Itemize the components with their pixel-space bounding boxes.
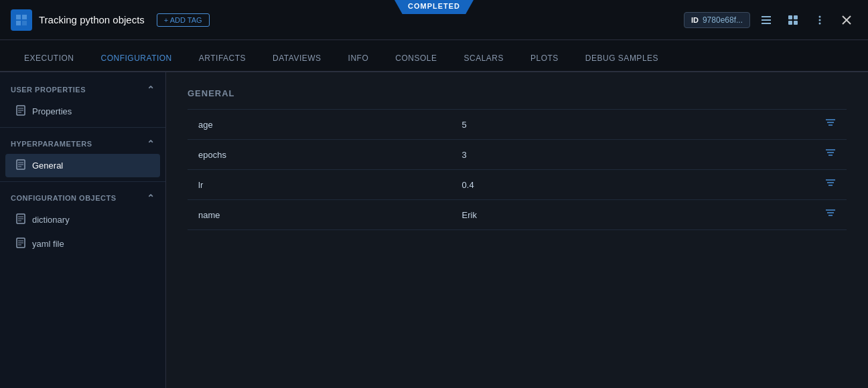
param-name: lr	[188, 170, 451, 200]
sidebar-item-yaml-file-label: yaml file	[32, 239, 64, 249]
document-icon-2	[16, 159, 25, 172]
svg-rect-1	[22, 15, 27, 19]
menu-icon	[814, 14, 826, 26]
sidebar-section-user-properties-label: USER PROPERTIES	[11, 86, 86, 94]
sidebar-section-user-properties[interactable]: USER PROPERTIES ⌃	[0, 78, 165, 99]
main-layout: USER PROPERTIES ⌃ Properties HYPERPARAME…	[0, 72, 868, 388]
tab-execution[interactable]: EXECUTION	[11, 45, 88, 72]
top-bar: Tracking python objects + ADD TAG COMPLE…	[0, 0, 868, 40]
filter-icon[interactable]	[825, 179, 836, 190]
tab-dataviews[interactable]: DATAVIEWS	[259, 45, 335, 72]
sidebar-section-hyperparameters-label: HYPERPARAMETERS	[11, 140, 92, 148]
svg-rect-7	[788, 15, 792, 19]
sidebar-item-dictionary-label: dictionary	[32, 215, 70, 225]
param-name: epochs	[188, 140, 451, 170]
svg-rect-6	[762, 23, 771, 24]
sidebar-section-configuration-objects[interactable]: CONFIGURATION OBJECTS ⌃	[0, 186, 165, 207]
sidebar-item-properties-label: Properties	[32, 106, 72, 116]
tab-info[interactable]: INFO	[335, 45, 382, 72]
tab-artifacts[interactable]: ARTIFACTS	[186, 45, 259, 72]
filter-icon[interactable]	[825, 209, 836, 220]
menu-button[interactable]	[809, 9, 830, 31]
tab-scalars[interactable]: SCALARS	[450, 45, 517, 72]
param-actions[interactable]	[806, 140, 847, 170]
param-value: 3	[451, 140, 806, 170]
id-label: ID	[691, 16, 699, 24]
sidebar: USER PROPERTIES ⌃ Properties HYPERPARAME…	[0, 72, 166, 388]
app-title: Tracking python objects	[39, 14, 145, 25]
table-row: lr 0.4	[188, 170, 847, 200]
svg-rect-5	[762, 19, 771, 21]
svg-rect-9	[788, 21, 792, 25]
close-icon	[841, 14, 853, 26]
document-icon-4	[16, 237, 25, 250]
param-actions[interactable]	[806, 110, 847, 140]
sidebar-section-configuration-objects-label: CONFIGURATION OBJECTS	[11, 194, 117, 202]
table-row: name Erik	[188, 200, 847, 230]
chevron-up-icon: ⌃	[147, 84, 155, 95]
id-badge: ID 9780e68f...	[684, 12, 750, 28]
chevron-up-icon-3: ⌃	[147, 193, 155, 203]
param-name: age	[188, 110, 451, 140]
param-actions[interactable]	[806, 200, 847, 230]
image-icon	[787, 14, 799, 26]
filter-icon[interactable]	[825, 118, 836, 130]
sidebar-section-hyperparameters[interactable]: HYPERPARAMETERS ⌃	[0, 132, 165, 153]
svg-rect-8	[794, 15, 798, 19]
sidebar-item-dictionary[interactable]: dictionary	[5, 208, 160, 231]
param-value: Erik	[451, 200, 806, 230]
tab-configuration[interactable]: CONFIGURATION	[88, 45, 186, 72]
list-icon	[760, 14, 772, 26]
image-view-button[interactable]	[782, 9, 804, 31]
table-row: epochs 3	[188, 140, 847, 170]
document-icon-3	[16, 213, 25, 226]
list-view-button[interactable]	[755, 9, 777, 31]
sidebar-item-properties[interactable]: Properties	[5, 100, 160, 123]
param-value: 5	[451, 110, 806, 140]
chevron-up-icon-2: ⌃	[147, 138, 155, 149]
params-table: age 5 epochs 3 lr 0.4	[188, 109, 847, 230]
svg-rect-3	[22, 21, 27, 25]
svg-point-12	[819, 19, 821, 21]
id-value: 9780e68f...	[703, 15, 743, 25]
svg-rect-4	[762, 16, 771, 17]
top-bar-left: Tracking python objects + ADD TAG	[11, 9, 684, 31]
param-value: 0.4	[451, 170, 806, 200]
table-row: age 5	[188, 110, 847, 140]
svg-point-13	[819, 22, 821, 24]
param-name: name	[188, 200, 451, 230]
close-button[interactable]	[836, 9, 857, 31]
filter-icon[interactable]	[825, 149, 836, 160]
sidebar-divider-1	[0, 127, 165, 128]
content-area: GENERAL age 5 epochs 3	[166, 72, 868, 388]
completed-badge: COMPLETED	[394, 0, 474, 14]
svg-rect-2	[16, 21, 21, 25]
param-actions[interactable]	[806, 170, 847, 200]
document-icon	[16, 105, 25, 118]
top-bar-right: ID 9780e68f...	[684, 9, 857, 31]
general-section-title: GENERAL	[188, 88, 847, 98]
sidebar-item-general-label: General	[32, 161, 63, 171]
sidebar-item-general[interactable]: General	[5, 154, 160, 177]
svg-rect-0	[16, 15, 21, 19]
app-logo	[11, 9, 32, 31]
tab-bar: EXECUTION CONFIGURATION ARTIFACTS DATAVI…	[0, 40, 868, 72]
svg-rect-10	[794, 21, 798, 25]
add-tag-button[interactable]: + ADD TAG	[157, 13, 210, 27]
tab-console[interactable]: CONSOLE	[382, 45, 450, 72]
sidebar-item-yaml-file[interactable]: yaml file	[5, 232, 160, 256]
tab-debug-samples[interactable]: DEBUG SAMPLES	[572, 45, 672, 72]
logo-icon	[15, 13, 28, 27]
tab-plots[interactable]: PLOTS	[517, 45, 572, 72]
sidebar-divider-2	[0, 181, 165, 182]
svg-point-11	[819, 15, 821, 17]
